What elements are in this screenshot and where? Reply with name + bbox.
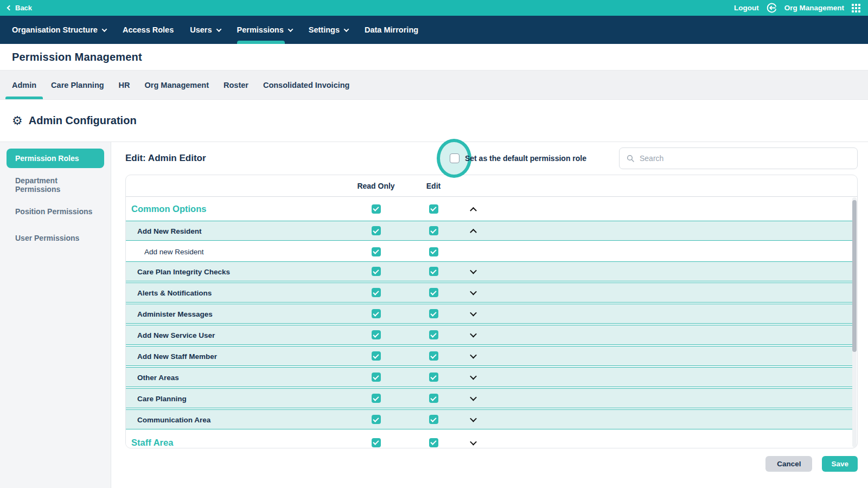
chevron-down-icon xyxy=(216,27,221,32)
table-header: Read Only Edit xyxy=(126,175,857,197)
read-only-checkbox[interactable] xyxy=(372,247,381,256)
edit-checkbox[interactable] xyxy=(429,204,438,214)
scrollbar-thumb[interactable] xyxy=(852,200,857,352)
tab[interactable]: Consolidated Invoicing xyxy=(263,70,350,99)
nav-item-label: Access Roles xyxy=(123,25,174,34)
top-bar: Back Logout Org Management xyxy=(0,0,868,16)
permission-label: Common Options xyxy=(126,204,206,214)
table-body: Common Options Add New Resident Add new … xyxy=(126,197,852,448)
permission-label: Add New Resident xyxy=(126,227,202,235)
sidebar-item-label: Department Permissions xyxy=(15,176,95,194)
logout-button[interactable]: Logout xyxy=(734,4,759,12)
chevron-down-icon xyxy=(344,27,349,32)
permission-label: Communication Area xyxy=(126,416,210,424)
read-only-checkbox[interactable] xyxy=(372,373,381,382)
top-bar-right: Logout Org Management xyxy=(734,3,860,13)
sidebar-item[interactable]: Position Permissions xyxy=(7,202,104,221)
nav-item-label: Organisation Structure xyxy=(12,25,98,34)
edit-checkbox[interactable] xyxy=(429,394,438,403)
default-role-label: Set as the default permission role xyxy=(465,154,586,163)
sidebar-item[interactable]: User Permissions xyxy=(7,228,104,248)
permission-label: Add new Resident xyxy=(126,248,204,256)
default-role-checkbox[interactable] xyxy=(450,153,459,163)
tab[interactable]: Care Planning xyxy=(51,70,104,99)
logout-icon[interactable] xyxy=(767,3,777,13)
edit-checkbox[interactable] xyxy=(429,309,438,318)
table-row: Add New Service User xyxy=(126,325,852,345)
permission-label: Add New Staff Member xyxy=(126,352,217,361)
expand-chevron-icon[interactable] xyxy=(470,352,477,359)
expand-chevron-icon[interactable] xyxy=(470,438,477,445)
expand-chevron-icon[interactable] xyxy=(470,331,477,338)
permission-label: Care Planning xyxy=(126,395,187,403)
footer-actions: Cancel Save xyxy=(125,456,858,472)
cancel-button[interactable]: Cancel xyxy=(765,456,812,472)
gear-icon: ⚙ xyxy=(12,115,23,127)
read-only-checkbox[interactable] xyxy=(372,330,381,339)
nav-item[interactable]: Settings xyxy=(309,16,348,44)
edit-checkbox[interactable] xyxy=(429,330,438,339)
search-input[interactable] xyxy=(640,154,851,163)
tab[interactable]: Roster xyxy=(224,70,248,99)
edit-checkbox[interactable] xyxy=(429,415,438,424)
read-only-checkbox[interactable] xyxy=(372,438,381,447)
expand-chevron-icon[interactable] xyxy=(470,310,477,317)
back-button[interactable]: Back xyxy=(8,4,32,12)
edit-checkbox[interactable] xyxy=(429,438,438,447)
sidebar-item-label: User Permissions xyxy=(15,234,79,242)
expand-chevron-icon[interactable] xyxy=(470,267,477,274)
scrollbar-track[interactable] xyxy=(852,197,857,447)
expand-chevron-icon[interactable] xyxy=(470,415,477,422)
apps-grid-icon[interactable] xyxy=(852,4,860,12)
page-header: Permission Management xyxy=(0,44,868,70)
read-only-checkbox[interactable] xyxy=(372,309,381,318)
tab-label: Roster xyxy=(224,81,248,89)
chevron-left-icon xyxy=(7,5,12,11)
tab[interactable]: Org Management xyxy=(145,70,209,99)
edit-checkbox[interactable] xyxy=(429,373,438,382)
nav-item[interactable]: Access Roles xyxy=(123,16,174,44)
section-title: Admin Configuration xyxy=(29,114,137,127)
permission-label: Care Plan Integrity Checks xyxy=(126,268,230,276)
read-only-checkbox[interactable] xyxy=(372,267,381,276)
edit-checkbox[interactable] xyxy=(429,288,438,297)
edit-checkbox[interactable] xyxy=(429,267,438,276)
read-only-checkbox[interactable] xyxy=(372,394,381,403)
expand-chevron-icon[interactable] xyxy=(470,288,477,296)
sidebar-item[interactable]: Department Permissions xyxy=(7,175,104,195)
tab[interactable]: HR xyxy=(119,70,130,99)
tab[interactable]: Admin xyxy=(12,70,36,99)
expand-chevron-icon[interactable] xyxy=(470,373,477,380)
edit-checkbox[interactable] xyxy=(429,247,438,256)
tab-label: Org Management xyxy=(145,81,209,89)
read-only-checkbox[interactable] xyxy=(372,415,381,424)
edit-checkbox[interactable] xyxy=(429,351,438,361)
expand-chevron-icon[interactable] xyxy=(470,394,477,401)
tab-label: Care Planning xyxy=(51,81,104,89)
nav-item[interactable]: Users xyxy=(190,16,220,44)
save-button[interactable]: Save xyxy=(822,456,858,472)
expand-chevron-icon[interactable] xyxy=(470,207,477,214)
table-row: Add new Resident xyxy=(126,242,852,261)
table-row: Alerts & Notifications xyxy=(126,282,852,303)
chevron-down-icon xyxy=(288,27,293,32)
sidebar-item[interactable]: Permission Roles xyxy=(7,149,104,168)
nav-item-label: Users xyxy=(190,25,212,34)
expand-chevron-icon[interactable] xyxy=(470,229,477,236)
read-only-checkbox[interactable] xyxy=(372,351,381,361)
nav-item[interactable]: Data Mirroring xyxy=(365,16,418,44)
editor-toolbar: Edit: Admin Editor Set as the default pe… xyxy=(125,142,858,175)
table-row: Staff Area xyxy=(126,431,852,448)
read-only-checkbox[interactable] xyxy=(372,288,381,297)
read-only-checkbox[interactable] xyxy=(372,226,381,235)
column-header-read-only: Read Only xyxy=(347,182,405,190)
tab-bar: Admin Care Planning HR Org Management Ro… xyxy=(0,70,868,100)
nav-item-label: Data Mirroring xyxy=(365,25,418,34)
read-only-checkbox[interactable] xyxy=(372,204,381,214)
nav-item[interactable]: Permissions xyxy=(237,16,292,44)
nav-item[interactable]: Organisation Structure xyxy=(12,16,106,44)
app-switcher-label: Org Management xyxy=(784,4,844,12)
edit-checkbox[interactable] xyxy=(429,226,438,235)
permission-label: Administer Messages xyxy=(126,310,213,318)
back-label: Back xyxy=(15,4,32,12)
